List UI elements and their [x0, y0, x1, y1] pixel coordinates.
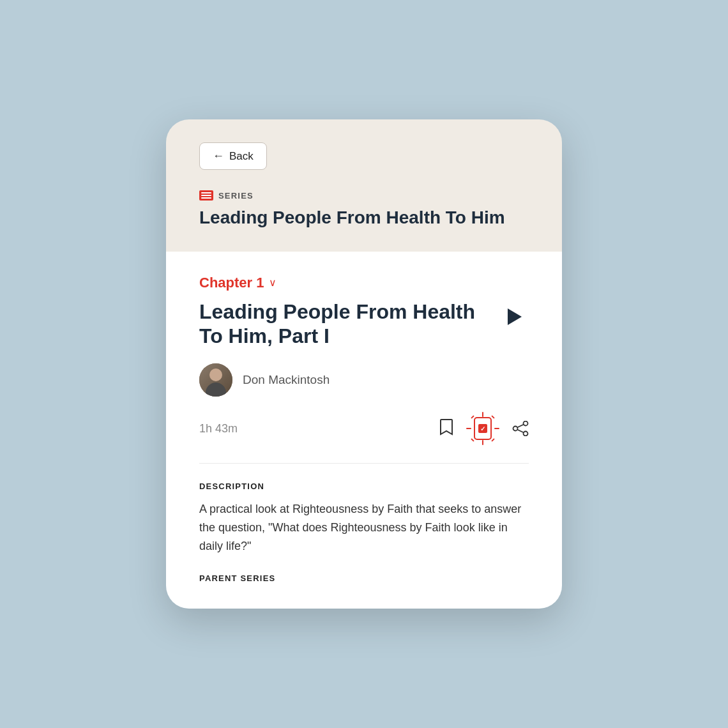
svg-line-3 — [517, 425, 524, 427]
ray-bottom-icon — [482, 440, 483, 445]
main-section: Chapter 1 ∨ Leading People From Health T… — [166, 252, 562, 609]
play-icon — [508, 308, 522, 325]
svg-line-4 — [517, 430, 524, 432]
description-text: A practical look at Righteousness by Fai… — [199, 500, 529, 555]
ray-tr-icon — [491, 416, 495, 420]
bookmark-button[interactable] — [439, 418, 453, 439]
bookmark-icon — [439, 418, 453, 436]
back-arrow-icon: ← — [213, 149, 224, 163]
share-icon — [512, 421, 529, 436]
series-icon — [199, 190, 213, 201]
action-icons: ✓ — [439, 412, 529, 445]
episode-title-row: Leading People From Health To Him, Part … — [199, 300, 529, 349]
checkmark-icon: ✓ — [480, 425, 485, 432]
ray-left-icon — [466, 428, 471, 429]
description-label: DESCRIPTION — [199, 482, 529, 491]
author-name: Don Mackintosh — [243, 373, 330, 387]
meta-row: 1h 43m — [199, 412, 529, 445]
chapter-row[interactable]: Chapter 1 ∨ — [199, 275, 529, 291]
back-button[interactable]: ← Back — [199, 142, 267, 170]
ray-top-icon — [482, 412, 483, 417]
svg-point-1 — [524, 432, 528, 436]
svg-point-0 — [524, 421, 528, 426]
episode-title: Leading People From Health To Him, Part … — [199, 300, 501, 349]
phone-check-icon: ✓ — [478, 424, 487, 433]
ray-bl-icon — [471, 439, 474, 443]
series-label: SERIES — [218, 191, 254, 201]
download-button[interactable]: ✓ — [466, 412, 499, 445]
svg-point-2 — [513, 427, 518, 431]
author-row: Don Mackintosh — [199, 363, 529, 397]
play-button[interactable] — [501, 303, 529, 331]
divider — [199, 463, 529, 464]
back-label: Back — [229, 150, 254, 163]
header-section: ← Back SERIES Leading People From Health… — [166, 119, 562, 252]
chapter-chevron-icon: ∨ — [269, 277, 277, 289]
duration-label: 1h 43m — [199, 422, 238, 436]
parent-series-label: PARENT SERIES — [199, 573, 529, 583]
phone-card: ← Back SERIES Leading People From Health… — [166, 119, 562, 608]
phone-icon: ✓ — [474, 417, 492, 440]
series-label-row: SERIES — [199, 190, 529, 201]
chapter-label: Chapter 1 — [199, 275, 264, 291]
avatar — [199, 363, 232, 397]
ray-right-icon — [494, 428, 499, 429]
share-button[interactable] — [512, 421, 529, 436]
ray-br-icon — [491, 439, 495, 443]
series-title: Leading People From Health To Him — [199, 207, 529, 229]
